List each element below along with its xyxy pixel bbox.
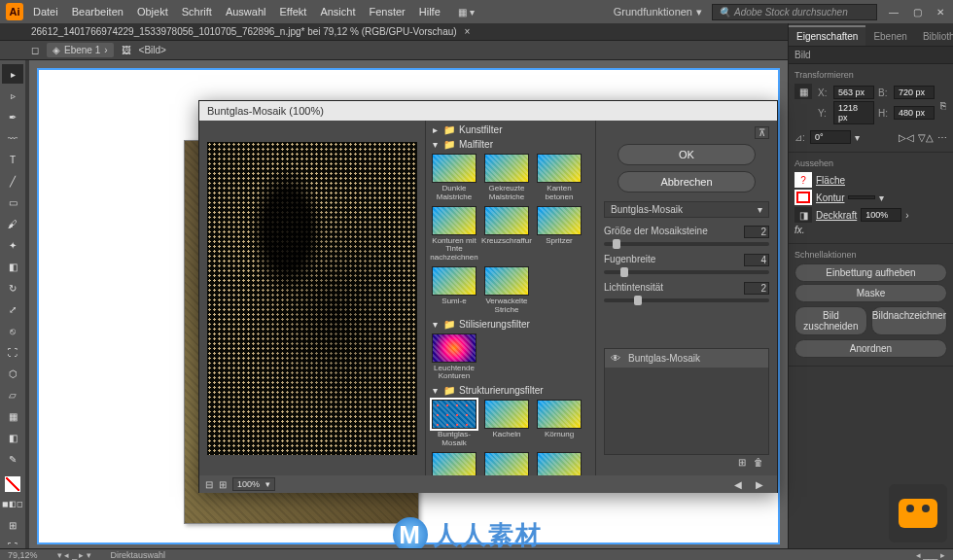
curvature-tool[interactable]: 〰	[2, 128, 23, 148]
fx-icon[interactable]: fx.	[794, 225, 805, 235]
selection-tool[interactable]: ▸	[2, 64, 23, 84]
thumb-spritzer[interactable]: Spritzer	[535, 206, 583, 262]
tab-properties[interactable]: Eigenschaften	[789, 25, 865, 46]
reference-point-icon[interactable]: ▦	[794, 84, 812, 99]
visibility-icon[interactable]: 👁	[611, 353, 622, 364]
cat-strukturierungsfilter[interactable]: ▾📁 Strukturierungsfilter	[428, 383, 593, 398]
transform-h[interactable]: 480 px	[894, 106, 935, 120]
stroke-swatch-panel[interactable]	[794, 190, 812, 205]
thumb-verwackelte-striche[interactable]: Verwackelte Striche	[482, 266, 531, 315]
btn-image-trace[interactable]: Bildnachzeichner	[871, 306, 947, 335]
window-close-icon[interactable]: ✕	[934, 5, 947, 18]
more-options-icon[interactable]: ⋯	[937, 132, 947, 143]
free-transform-tool[interactable]: ⛶	[2, 342, 23, 362]
arrange-docs-icon[interactable]: ▦ ▾	[458, 7, 475, 18]
tab-libraries[interactable]: Bibliotheken	[915, 27, 953, 46]
filter-gallery-tree[interactable]: ▸📁 Kunstfilter ▾📁 Malfilter Dunkle Malst…	[425, 121, 596, 475]
shaper-tool[interactable]: ✦	[2, 235, 23, 255]
layer-chip[interactable]: ◈ Ebene 1 ›	[47, 43, 114, 57]
cat-stilisierungsfilter[interactable]: ▾📁 Stilisierungsfilter	[428, 317, 593, 332]
linked-image-name[interactable]: <Bild>	[139, 45, 166, 55]
filter-select[interactable]: Buntglas-Mosaik▾	[604, 201, 769, 218]
menu-window[interactable]: Fenster	[369, 6, 405, 18]
thumb-patchwork[interactable]: Patchwork	[482, 452, 531, 475]
status-zoom[interactable]: 79,12%	[8, 550, 38, 560]
tab-close-icon[interactable]: ×	[465, 26, 471, 37]
rotate-tool[interactable]: ↻	[2, 278, 23, 298]
rectangle-tool[interactable]: ▭	[2, 192, 23, 212]
perspective-tool[interactable]: ▱	[2, 385, 23, 404]
mesh-tool[interactable]: ▦	[2, 406, 23, 426]
btn-mask[interactable]: Maske	[794, 284, 947, 302]
param2-slider[interactable]	[604, 270, 769, 274]
btn-unembed[interactable]: Einbettung aufheben	[794, 263, 947, 282]
thumb-mit-struktur[interactable]: Mit Struktur versehen	[430, 452, 478, 475]
stroke-label[interactable]: Kontur	[816, 192, 844, 203]
flip-h-icon[interactable]: ▷◁	[899, 132, 914, 143]
menu-edit[interactable]: Bearbeiten	[72, 6, 124, 18]
param3-value[interactable]: 2	[744, 282, 769, 295]
width-tool[interactable]: ⎋	[2, 321, 23, 340]
menu-help[interactable]: Hilfe	[419, 6, 441, 18]
thumb-kanten-betonen[interactable]: Kanten betonen	[535, 154, 583, 202]
effect-layer-row[interactable]: 👁Buntglas-Mosaik	[605, 349, 768, 368]
param3-slider[interactable]	[604, 298, 769, 302]
thumb-gekreuzte-malstriche[interactable]: Gekreuzte Malstriche	[482, 154, 531, 202]
window-restore-icon[interactable]: ▢	[910, 5, 924, 18]
thumb-koernung[interactable]: Körnung	[535, 400, 583, 448]
zoom-in-icon[interactable]: ⊞	[219, 479, 227, 490]
prev-icon[interactable]: ◀	[734, 479, 742, 490]
delete-effect-layer-icon[interactable]: 🗑	[754, 457, 763, 468]
transform-x[interactable]: 563 px	[833, 86, 874, 99]
workspace-switcher[interactable]: Grundfunktionen▾	[614, 6, 702, 18]
fill-label[interactable]: Fläche	[816, 175, 845, 186]
param1-value[interactable]: 2	[744, 226, 769, 238]
scale-tool[interactable]: ⤢	[2, 299, 23, 319]
pen-tool[interactable]: ✒	[2, 107, 23, 126]
thumb-konturen-tinte[interactable]: Konturen mit Tinte nachzeichnen	[430, 206, 478, 262]
draw-mode-icons[interactable]: ⊞	[2, 515, 23, 535]
param2-value[interactable]: 4	[744, 254, 769, 266]
link-wh-icon[interactable]: ⎘	[940, 84, 946, 126]
opacity-label[interactable]: Deckkraft	[816, 210, 857, 221]
param1-slider[interactable]	[604, 242, 769, 246]
color-mode-icons[interactable]: ◼◧◻	[2, 494, 23, 513]
menu-type[interactable]: Schrift	[182, 6, 212, 18]
line-tool[interactable]: ╱	[2, 171, 23, 191]
thumb-kreuzschraffur[interactable]: Kreuzschraffur	[482, 206, 531, 262]
menu-object[interactable]: Objekt	[137, 6, 168, 18]
menu-view[interactable]: Ansicht	[320, 6, 355, 18]
cancel-button[interactable]: Abbrechen	[618, 171, 756, 192]
btn-arrange[interactable]: Anordnen	[794, 339, 947, 358]
thumb-risse[interactable]: Risse	[535, 452, 583, 475]
menu-select[interactable]: Auswahl	[226, 6, 266, 18]
stock-search[interactable]: 🔍 Adobe Stock durchsuchen	[712, 4, 877, 20]
zoom-out-icon[interactable]: ⊟	[205, 479, 213, 490]
menu-effect[interactable]: Effekt	[279, 6, 306, 18]
window-minimize-icon[interactable]: —	[887, 5, 900, 18]
collapse-icon[interactable]: ⊼	[755, 126, 769, 139]
eyedropper-tool[interactable]: ✎	[2, 449, 23, 469]
thumb-buntglas-mosaik[interactable]: Buntglas-Mosaik	[430, 400, 478, 448]
paintbrush-tool[interactable]: 🖌	[2, 214, 23, 233]
new-effect-layer-icon[interactable]: ⊞	[738, 457, 746, 468]
fill-swatch[interactable]	[5, 476, 20, 492]
preview-zoom[interactable]: 100%▾	[232, 477, 275, 491]
cat-kunstfilter[interactable]: ▸📁 Kunstfilter	[428, 122, 593, 137]
thumb-dunkle-malstriche[interactable]: Dunkle Malstriche	[430, 154, 478, 202]
thumb-sumi-e[interactable]: Sumi-e	[430, 266, 478, 315]
fill-swatch-panel[interactable]: ?	[794, 172, 812, 188]
type-tool[interactable]: T	[2, 150, 23, 169]
thumb-leuchtende-konturen[interactable]: Leuchtende Konturen	[430, 333, 478, 382]
next-icon[interactable]: ▶	[756, 479, 763, 490]
transform-angle[interactable]: 0°	[810, 130, 851, 144]
ok-button[interactable]: OK	[618, 144, 756, 165]
btn-crop-image[interactable]: Bild zuschneiden	[794, 306, 867, 335]
menu-file[interactable]: Datei	[33, 6, 58, 18]
transform-w[interactable]: 720 px	[894, 86, 935, 99]
thumb-kacheln[interactable]: Kacheln	[482, 400, 531, 448]
stroke-weight[interactable]	[848, 195, 875, 199]
direct-selection-tool[interactable]: ▹	[2, 86, 23, 105]
shape-builder-tool[interactable]: ⬡	[2, 364, 23, 383]
eraser-tool[interactable]: ◧	[2, 257, 23, 276]
